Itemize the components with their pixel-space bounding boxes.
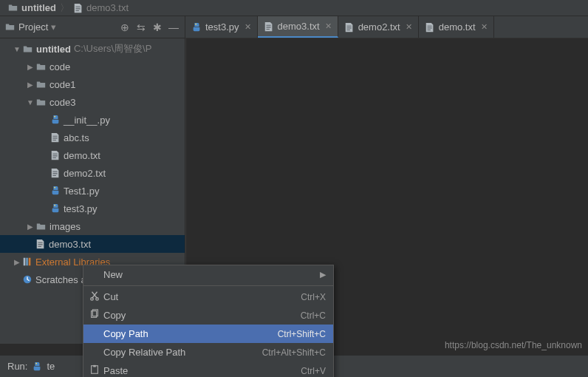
collapse-arrow-icon: ▶ xyxy=(25,81,35,89)
collapse-arrow-icon: ▶ xyxy=(25,63,35,71)
tree-file-test1[interactable]: Test1.py xyxy=(0,182,185,200)
close-icon[interactable]: ✕ xyxy=(406,22,412,32)
tree-folder-code[interactable]: ▶ code xyxy=(0,58,185,75)
folder-icon xyxy=(35,80,47,89)
tab-demo3[interactable]: demo3.txt ✕ xyxy=(258,16,338,38)
menu-paste[interactable]: Paste Ctrl+V xyxy=(83,361,333,377)
copy-icon xyxy=(88,309,101,322)
watermark: https://blog.csdn.net/The_unknown xyxy=(445,340,582,350)
txt-file-icon xyxy=(73,3,83,13)
txt-file-icon xyxy=(50,168,61,178)
folder-icon xyxy=(7,3,18,13)
folder-icon xyxy=(35,98,47,107)
txt-file-icon xyxy=(425,22,435,33)
close-icon[interactable]: ✕ xyxy=(325,21,332,31)
menu-copy[interactable]: Copy Ctrl+C xyxy=(83,306,333,325)
tree-file-demo2[interactable]: demo2.txt xyxy=(0,164,185,182)
expand-arrow-icon: ▼ xyxy=(25,98,35,106)
breadcrumb: untitled 〉 demo3.txt xyxy=(0,0,588,16)
tree-file-demo[interactable]: demo.txt xyxy=(0,146,185,164)
menu-copy-path[interactable]: Copy Path Ctrl+Shift+C xyxy=(83,325,333,343)
python-file-icon xyxy=(32,361,42,372)
submenu-arrow-icon: ▶ xyxy=(320,270,326,279)
paste-icon xyxy=(88,364,101,377)
txt-file-icon xyxy=(50,150,61,160)
python-file-icon xyxy=(50,186,61,196)
libraries-icon xyxy=(22,257,33,267)
python-file-icon xyxy=(191,22,202,33)
txt-file-icon xyxy=(35,239,46,249)
editor-tabs: test3.py ✕ demo3.txt ✕ demo2.txt ✕ demo.… xyxy=(185,16,588,38)
expand-arrow-icon: ▼ xyxy=(12,45,22,53)
tree-file-test3[interactable]: test3.py xyxy=(0,200,185,217)
context-menu: New ▶ Cut Ctrl+X Copy Ctrl+C Copy Path C… xyxy=(83,265,334,377)
tree-file-init[interactable]: __init__.py xyxy=(0,111,185,129)
settings-button[interactable]: ✱ xyxy=(151,21,164,33)
tree-folder-images[interactable]: ▶ images xyxy=(0,217,185,235)
ts-file-icon xyxy=(50,132,61,143)
folder-icon xyxy=(35,222,47,231)
project-panel-header: Project ▾ ⊕ ⇆ ✱ — xyxy=(0,16,185,38)
menu-separator xyxy=(83,285,333,286)
locate-file-button[interactable]: ⊕ xyxy=(118,21,131,33)
collapse-arrow-icon: ▶ xyxy=(12,258,22,266)
tab-test3[interactable]: test3.py ✕ xyxy=(185,16,258,38)
project-icon xyxy=(4,22,16,32)
cut-icon xyxy=(88,291,101,303)
menu-cut[interactable]: Cut Ctrl+X xyxy=(83,288,333,306)
breadcrumb-root[interactable]: untitled xyxy=(7,2,56,13)
python-file-icon xyxy=(50,203,61,214)
project-panel-title[interactable]: Project ▾ xyxy=(4,21,115,33)
tree-root[interactable]: ▼ untitled C:\Users\周智俊\P xyxy=(0,40,185,58)
hide-panel-button[interactable]: — xyxy=(167,21,180,33)
tree-file-demo3[interactable]: demo3.txt xyxy=(0,235,185,253)
breadcrumb-file[interactable]: demo3.txt xyxy=(73,2,129,13)
close-icon[interactable]: ✕ xyxy=(481,22,488,32)
breadcrumb-separator: 〉 xyxy=(60,1,69,15)
tab-demo2[interactable]: demo2.txt ✕ xyxy=(338,16,419,38)
txt-file-icon xyxy=(264,21,274,32)
python-file-icon xyxy=(50,115,61,125)
project-tree: ▼ untitled C:\Users\周智俊\P ▶ code ▶ code1… xyxy=(0,38,185,290)
tree-folder-code1[interactable]: ▶ code1 xyxy=(0,75,185,93)
folder-icon xyxy=(22,44,33,54)
collapse-arrow-icon: ▶ xyxy=(25,223,35,231)
scratch-icon xyxy=(22,274,33,285)
menu-copy-relative-path[interactable]: Copy Relative Path Ctrl+Alt+Shift+C xyxy=(83,343,333,361)
tree-folder-code3[interactable]: ▼ code3 xyxy=(0,93,185,111)
tab-demo[interactable]: demo.txt ✕ xyxy=(419,16,494,38)
txt-file-icon xyxy=(344,22,355,33)
folder-icon xyxy=(35,62,47,72)
close-icon[interactable]: ✕ xyxy=(245,22,251,32)
tree-file-abc[interactable]: abc.ts xyxy=(0,129,185,146)
collapse-all-button[interactable]: ⇆ xyxy=(134,21,148,33)
menu-new[interactable]: New ▶ xyxy=(83,265,333,284)
